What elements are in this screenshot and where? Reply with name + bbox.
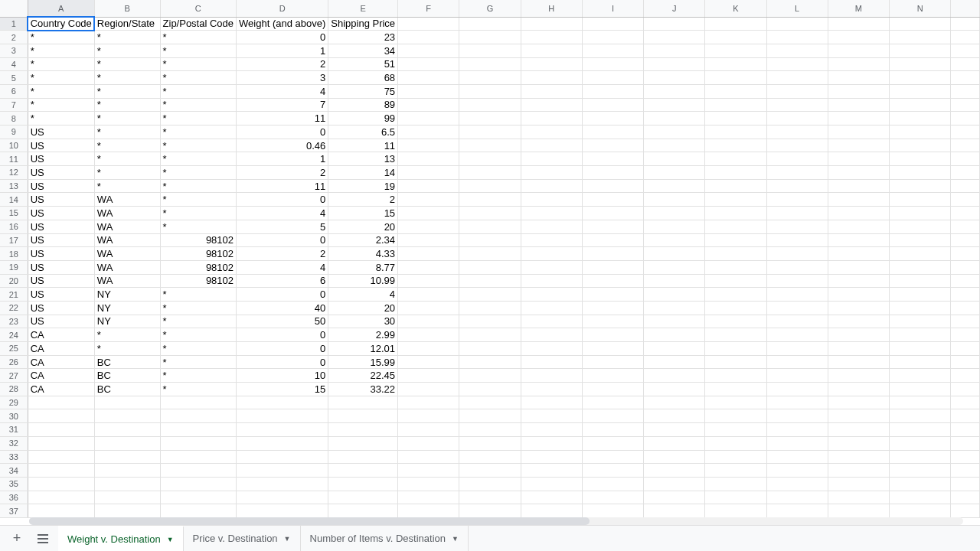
cell-G16[interactable] bbox=[459, 220, 521, 233]
cell-K30[interactable] bbox=[705, 409, 766, 423]
cell-N5[interactable] bbox=[890, 71, 951, 85]
cell-L6[interactable] bbox=[766, 84, 828, 98]
cell-J32[interactable] bbox=[644, 436, 705, 450]
cell-A27[interactable]: CA bbox=[28, 369, 94, 383]
cell-H10[interactable] bbox=[521, 139, 582, 152]
cell-F3[interactable] bbox=[398, 44, 459, 57]
column-header-F[interactable]: F bbox=[398, 0, 459, 17]
cell-C15[interactable]: * bbox=[160, 207, 237, 220]
cell-D16[interactable]: 5 bbox=[237, 220, 328, 233]
cell-E6[interactable]: 75 bbox=[328, 84, 398, 98]
cell-K22[interactable] bbox=[705, 301, 766, 315]
cell-A3[interactable]: * bbox=[28, 44, 94, 57]
cell-E4[interactable]: 51 bbox=[328, 57, 398, 71]
row-header-13[interactable]: 13 bbox=[0, 179, 28, 193]
cell-G10[interactable] bbox=[459, 139, 521, 152]
row-header-35[interactable]: 35 bbox=[0, 477, 28, 491]
cell-M19[interactable] bbox=[828, 260, 889, 274]
cell-overflow-30[interactable] bbox=[951, 409, 980, 423]
cell-F4[interactable] bbox=[398, 57, 459, 71]
cell-E28[interactable]: 33.22 bbox=[328, 383, 398, 396]
cell-G18[interactable] bbox=[459, 247, 521, 261]
cell-D20[interactable]: 6 bbox=[237, 274, 328, 288]
cell-F2[interactable] bbox=[398, 31, 459, 44]
chevron-down-icon[interactable]: ▼ bbox=[167, 536, 174, 543]
cell-overflow-32[interactable] bbox=[951, 436, 980, 450]
row-header-28[interactable]: 28 bbox=[0, 383, 28, 396]
cell-B30[interactable] bbox=[94, 409, 160, 423]
cell-N10[interactable] bbox=[890, 139, 951, 152]
cell-G20[interactable] bbox=[459, 274, 521, 288]
cell-G15[interactable] bbox=[459, 207, 521, 220]
cell-B7[interactable]: * bbox=[94, 98, 160, 112]
cell-C5[interactable]: * bbox=[160, 71, 237, 85]
cell-J17[interactable] bbox=[644, 233, 705, 247]
cell-M26[interactable] bbox=[828, 355, 889, 369]
row-header-22[interactable]: 22 bbox=[0, 301, 28, 315]
cell-I30[interactable] bbox=[582, 409, 643, 423]
cell-I15[interactable] bbox=[582, 207, 643, 220]
cell-L16[interactable] bbox=[766, 220, 828, 233]
cell-E17[interactable]: 2.34 bbox=[328, 233, 398, 247]
cell-C1[interactable]: Zip/Postal Code bbox=[160, 17, 237, 31]
cell-E22[interactable]: 20 bbox=[328, 301, 398, 315]
cell-L8[interactable] bbox=[766, 112, 828, 126]
cell-G13[interactable] bbox=[459, 179, 521, 193]
cell-K37[interactable] bbox=[705, 504, 766, 518]
cell-H11[interactable] bbox=[521, 152, 582, 166]
cell-H22[interactable] bbox=[521, 301, 582, 315]
cell-A25[interactable]: CA bbox=[28, 342, 94, 356]
cell-A34[interactable] bbox=[28, 464, 94, 478]
cell-A19[interactable]: US bbox=[28, 260, 94, 274]
cell-E2[interactable]: 23 bbox=[328, 31, 398, 44]
cell-N2[interactable] bbox=[890, 31, 951, 44]
row-header-34[interactable]: 34 bbox=[0, 464, 28, 478]
cell-overflow-8[interactable] bbox=[951, 112, 980, 126]
cell-H25[interactable] bbox=[521, 342, 582, 356]
cell-overflow-1[interactable] bbox=[951, 17, 980, 31]
cell-M30[interactable] bbox=[828, 409, 889, 423]
cell-N8[interactable] bbox=[890, 112, 951, 126]
cell-B33[interactable] bbox=[94, 450, 160, 464]
cell-I26[interactable] bbox=[582, 355, 643, 369]
row-header-24[interactable]: 24 bbox=[0, 328, 28, 342]
cell-overflow-22[interactable] bbox=[951, 301, 980, 315]
cell-M24[interactable] bbox=[828, 328, 889, 342]
cell-overflow-3[interactable] bbox=[951, 44, 980, 57]
cell-D4[interactable]: 2 bbox=[237, 57, 328, 71]
cell-M17[interactable] bbox=[828, 233, 889, 247]
cell-I22[interactable] bbox=[582, 301, 643, 315]
cell-E35[interactable] bbox=[328, 477, 398, 491]
cell-overflow-15[interactable] bbox=[951, 207, 980, 220]
cell-C37[interactable] bbox=[160, 504, 237, 518]
cell-B34[interactable] bbox=[94, 464, 160, 478]
cell-L10[interactable] bbox=[766, 139, 828, 152]
cell-A21[interactable]: US bbox=[28, 288, 94, 302]
row-header-3[interactable]: 3 bbox=[0, 44, 28, 57]
column-header-L[interactable]: L bbox=[766, 0, 828, 17]
cell-L7[interactable] bbox=[766, 98, 828, 112]
chevron-down-icon[interactable]: ▼ bbox=[452, 535, 459, 543]
cell-M9[interactable] bbox=[828, 126, 889, 139]
cell-J34[interactable] bbox=[644, 464, 705, 478]
cell-overflow-23[interactable] bbox=[951, 315, 980, 328]
cell-overflow-25[interactable] bbox=[951, 342, 980, 356]
cell-H30[interactable] bbox=[521, 409, 582, 423]
cell-G27[interactable] bbox=[459, 369, 521, 383]
cell-I10[interactable] bbox=[582, 139, 643, 152]
cell-B32[interactable] bbox=[94, 436, 160, 450]
cell-I7[interactable] bbox=[582, 98, 643, 112]
cell-J29[interactable] bbox=[644, 396, 705, 409]
cell-M29[interactable] bbox=[828, 396, 889, 409]
cell-C35[interactable] bbox=[160, 477, 237, 491]
cell-H18[interactable] bbox=[521, 247, 582, 261]
cell-A28[interactable]: CA bbox=[28, 383, 94, 396]
row-header-33[interactable]: 33 bbox=[0, 450, 28, 464]
cell-K34[interactable] bbox=[705, 464, 766, 478]
cell-overflow-17[interactable] bbox=[951, 233, 980, 247]
cell-A14[interactable]: US bbox=[28, 193, 94, 207]
cell-M28[interactable] bbox=[828, 383, 889, 396]
cell-M35[interactable] bbox=[828, 477, 889, 491]
cell-F26[interactable] bbox=[398, 355, 459, 369]
cell-L36[interactable] bbox=[766, 491, 828, 504]
